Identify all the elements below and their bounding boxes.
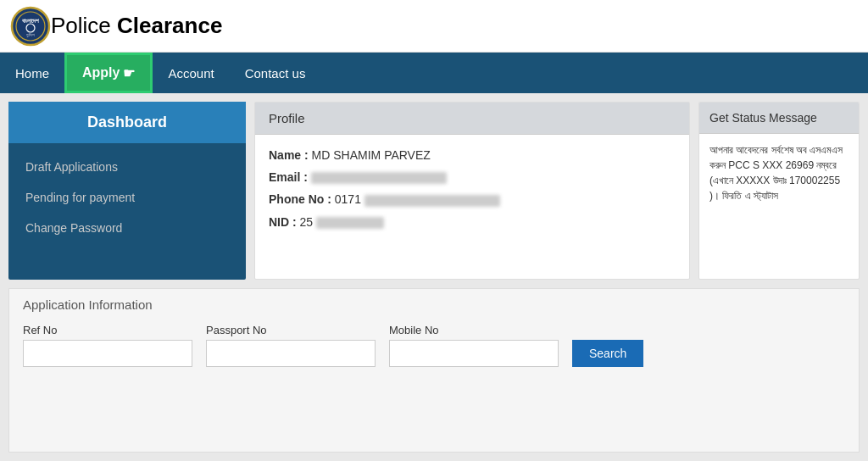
profile-name: MD SHAMIM PARVEZ [312,148,431,162]
mobile-no-group: Mobile No [389,324,559,367]
profile-nid-row: NID : 25 [269,215,676,229]
profile-phone-value [364,195,500,207]
nav-contact[interactable]: Contact us [230,53,321,93]
ref-no-label: Ref No [23,324,192,336]
main-content: Dashboard Draft Applications Pending for… [0,93,868,461]
mobile-no-label: Mobile No [389,324,559,336]
profile-email-value [311,172,447,184]
site-title: Police Clearance [51,13,222,39]
profile-phone-row: Phone No : 0171 [269,192,676,206]
svg-text:বাংলাদেশ: বাংলাদেশ [22,18,39,24]
content-top: Dashboard Draft Applications Pending for… [0,93,868,288]
cursor-icon: ☛ [123,65,135,81]
profile-nid-value [316,217,384,229]
profile-card: Profile Name : MD SHAMIM PARVEZ Email : … [254,102,690,280]
nav-account[interactable]: Account [153,53,229,93]
nav-home[interactable]: Home [0,53,64,93]
status-body: আপনার আবেদনের সর্বশেষ অব এসএমএস করুন PCC… [699,134,859,212]
sidebar: Dashboard Draft Applications Pending for… [8,102,246,280]
dashboard-title: Dashboard [8,102,246,143]
logo-icon: বাংলাদেশ পুলিশ [10,6,51,47]
passport-no-label: Passport No [206,324,376,336]
ref-no-group: Ref No [23,324,192,367]
profile-phone-label: Phone No : [269,192,331,206]
header: বাংলাদেশ পুলিশ Police Clearance [0,0,868,53]
status-card: Get Status Message আপনার আবেদনের সর্বশেষ… [698,102,860,280]
app-info-section: Application Information Ref No Passport … [8,288,860,453]
profile-header: Profile [255,103,689,135]
profile-email-row: Email : [269,170,676,184]
passport-no-input[interactable] [206,340,376,367]
profile-nid-label: NID : [269,215,297,229]
navbar: Home Apply ☛ Account Contact us [0,53,868,93]
app-info-form: Ref No Passport No Mobile No Search [23,324,845,367]
sidebar-item-password[interactable]: Change Password [8,213,246,243]
status-header: Get Status Message [699,103,859,134]
profile-email-label: Email : [269,170,308,184]
profile-name-label: Name : [269,148,309,162]
ref-no-input[interactable] [23,340,192,367]
sidebar-item-pending[interactable]: Pending for payment [8,182,246,213]
sidebar-menu: Draft Applications Pending for payment C… [8,143,246,252]
passport-no-group: Passport No [206,324,376,367]
svg-point-0 [12,8,49,45]
profile-name-row: Name : MD SHAMIM PARVEZ [269,148,676,162]
nav-apply[interactable]: Apply ☛ [64,53,153,93]
profile-body: Name : MD SHAMIM PARVEZ Email : Phone No… [255,135,689,251]
mobile-no-input[interactable] [389,340,559,367]
sidebar-item-draft[interactable]: Draft Applications [8,152,246,182]
search-button[interactable]: Search [572,340,643,367]
svg-text:পুলিশ: পুলিশ [26,32,35,38]
app-info-title: Application Information [23,297,845,312]
